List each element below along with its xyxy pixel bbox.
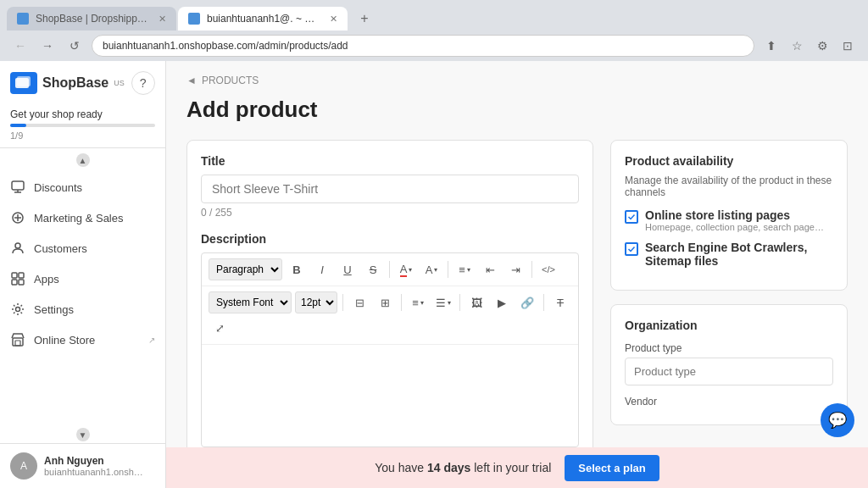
user-avatar: A bbox=[10, 452, 37, 480]
checkbox-seo[interactable] bbox=[625, 242, 638, 256]
chat-bubble-button[interactable]: 💬 bbox=[821, 403, 854, 437]
svg-rect-10 bbox=[19, 273, 24, 278]
indent-increase-button[interactable]: ⇥ bbox=[504, 258, 526, 280]
availability-item-online-store-text: Online store listing pages Homepage, col… bbox=[645, 208, 824, 232]
table-button[interactable]: ⊟ bbox=[348, 291, 370, 313]
sidebar-item-discounts[interactable]: Discounts bbox=[0, 172, 165, 202]
help-button[interactable]: ? bbox=[131, 71, 155, 95]
toolbar-divider-6 bbox=[459, 294, 460, 311]
font-color-button[interactable]: A ▾ bbox=[395, 258, 417, 280]
sidebar-item-customers[interactable]: Customers bbox=[0, 233, 165, 263]
progress-section: Get your shop ready 1/9 bbox=[0, 102, 165, 144]
toolbar-divider-2 bbox=[448, 261, 448, 278]
sidebar-item-settings[interactable]: Settings bbox=[0, 294, 165, 324]
scroll-up-button[interactable]: ▲ bbox=[76, 153, 90, 167]
address-bar[interactable]: buianhtuananh1.onshopbase.com/admin/prod… bbox=[92, 35, 754, 57]
insert-table-button[interactable]: ⊞ bbox=[374, 291, 396, 313]
font-select[interactable]: System Font bbox=[209, 291, 292, 313]
page-title: Add product bbox=[186, 97, 848, 123]
user-name: Anh Nguyen bbox=[44, 455, 146, 467]
italic-button[interactable]: I bbox=[311, 258, 333, 280]
extensions-button[interactable]: ⚙ bbox=[812, 36, 832, 56]
svg-rect-11 bbox=[12, 280, 17, 285]
tab-close-2[interactable]: ✕ bbox=[330, 14, 337, 25]
unordered-list-button[interactable]: ≡ ▾ bbox=[407, 291, 429, 313]
clear-format-button[interactable]: T bbox=[549, 291, 571, 313]
content-grid: Title 0 / 255 Description Paragraph B bbox=[186, 140, 848, 447]
share-button[interactable]: ⬆ bbox=[761, 36, 782, 56]
back-button[interactable]: ← bbox=[10, 36, 31, 56]
font-size-select[interactable]: 12pt bbox=[295, 291, 337, 313]
organization-card: Organization Product type Vendor bbox=[610, 304, 848, 425]
notification-button[interactable]: 🔔 bbox=[160, 71, 166, 95]
paragraph-select[interactable]: Paragraph bbox=[209, 258, 282, 280]
align-button[interactable]: ≡ ▾ bbox=[453, 258, 476, 280]
editor-toolbar-row1: Paragraph B I U S A ▾ bbox=[202, 253, 578, 286]
grid-icon bbox=[10, 271, 25, 286]
scroll-down-button[interactable]: ▼ bbox=[76, 428, 90, 441]
availability-item-seo-text: Search Engine Bot Crawlers, Sitemap file… bbox=[645, 241, 833, 268]
progress-label: Get your shop ready bbox=[10, 108, 155, 120]
link-button[interactable]: 🔗 bbox=[516, 291, 538, 313]
availability-item-online-store: Online store listing pages Homepage, col… bbox=[625, 208, 833, 232]
image-button[interactable]: 🖼 bbox=[465, 291, 487, 313]
indent-decrease-button[interactable]: ⇤ bbox=[479, 258, 501, 280]
logo-badge: US bbox=[114, 79, 125, 87]
ordered-list-button[interactable]: ☰ ▾ bbox=[432, 291, 454, 313]
toolbar-divider-1 bbox=[389, 261, 390, 278]
left-column: Title 0 / 255 Description Paragraph B bbox=[186, 140, 593, 447]
svg-rect-1 bbox=[17, 76, 31, 86]
sidebar-item-online-store[interactable]: Online Store ↗ bbox=[0, 324, 165, 355]
bookmark-button[interactable]: ☆ bbox=[787, 36, 807, 56]
sidebar: ShopBaseUS ? 🔔 Get your shop ready 1/9 bbox=[0, 61, 166, 488]
browser-tab-2[interactable]: buianhtuananh1@. ~ Product ~… ✕ bbox=[178, 7, 348, 30]
scroll-up-indicator[interactable]: ▲ bbox=[0, 152, 165, 169]
select-plan-button[interactable]: Select a plan bbox=[565, 455, 659, 481]
video-button[interactable]: ▶ bbox=[491, 291, 513, 313]
browser-tab-1[interactable]: ShopBase | Dropshipping, Print-… ✕ bbox=[7, 7, 176, 30]
vendor-label: Vendor bbox=[625, 396, 833, 408]
page-title-row: Add product bbox=[186, 97, 848, 123]
sidebar-item-apps[interactable]: Apps bbox=[0, 263, 165, 294]
strikethrough-button[interactable]: S bbox=[362, 258, 384, 280]
avail-item-title-seo: Search Engine Bot Crawlers, Sitemap file… bbox=[645, 241, 833, 268]
sidebar-item-label-apps: Apps bbox=[34, 273, 59, 286]
rich-text-editor: Paragraph B I U S A ▾ bbox=[201, 252, 579, 447]
bold-button[interactable]: B bbox=[286, 258, 308, 280]
tab-close-1[interactable]: ✕ bbox=[159, 14, 166, 25]
breadcrumb-link[interactable]: PRODUCTS bbox=[202, 75, 259, 86]
editor-body[interactable] bbox=[202, 345, 578, 446]
sidebar-item-marketing[interactable]: Marketing & Sales bbox=[0, 202, 165, 233]
title-input[interactable] bbox=[201, 175, 579, 203]
right-column: Product availability Manage the availabi… bbox=[610, 140, 848, 447]
underline-button[interactable]: U bbox=[337, 258, 359, 280]
logo-icon bbox=[10, 72, 37, 94]
highlight-button[interactable]: A ▾ bbox=[420, 258, 442, 280]
editor-toolbar-row2: System Font 12pt ⊟ ⊞ ≡ bbox=[202, 286, 578, 345]
progress-bar-fill bbox=[10, 124, 26, 127]
availability-desc: Manage the availability of the product i… bbox=[625, 175, 833, 198]
fullscreen-button[interactable]: ⤢ bbox=[209, 317, 231, 339]
forward-button[interactable]: → bbox=[37, 36, 58, 56]
product-type-input[interactable] bbox=[625, 358, 833, 385]
sidebar-item-label-customers: Customers bbox=[34, 242, 87, 255]
tab-title-2: buianhtuananh1@. ~ Product ~… bbox=[207, 13, 320, 25]
menu-button[interactable]: ⊡ bbox=[837, 36, 858, 56]
progress-bar-wrap bbox=[10, 124, 155, 127]
char-count: 0 / 255 bbox=[201, 207, 579, 219]
svg-rect-9 bbox=[12, 273, 17, 278]
title-field-label: Title bbox=[201, 154, 579, 168]
checkbox-online-store[interactable] bbox=[625, 210, 638, 224]
sidebar-user[interactable]: A Anh Nguyen buianhtuananh1.onshopbase.c… bbox=[0, 443, 165, 488]
store-icon bbox=[10, 332, 25, 347]
reload-button[interactable]: ↺ bbox=[64, 36, 85, 56]
sidebar-item-label-online-store: Online Store bbox=[34, 334, 95, 347]
new-tab-button[interactable]: + bbox=[353, 7, 376, 30]
main-content: ◄ PRODUCTS Add product Title 0 / 255 Des… bbox=[166, 61, 868, 447]
person-icon bbox=[10, 241, 25, 256]
code-button[interactable]: </> bbox=[537, 258, 559, 280]
scroll-down-indicator[interactable]: ▼ bbox=[0, 426, 165, 443]
availability-item-seo: Search Engine Bot Crawlers, Sitemap file… bbox=[625, 241, 833, 268]
main-content-area: ◄ PRODUCTS Add product Title 0 / 255 Des… bbox=[166, 61, 868, 488]
shopbase-logo[interactable]: ShopBaseUS bbox=[10, 72, 125, 94]
